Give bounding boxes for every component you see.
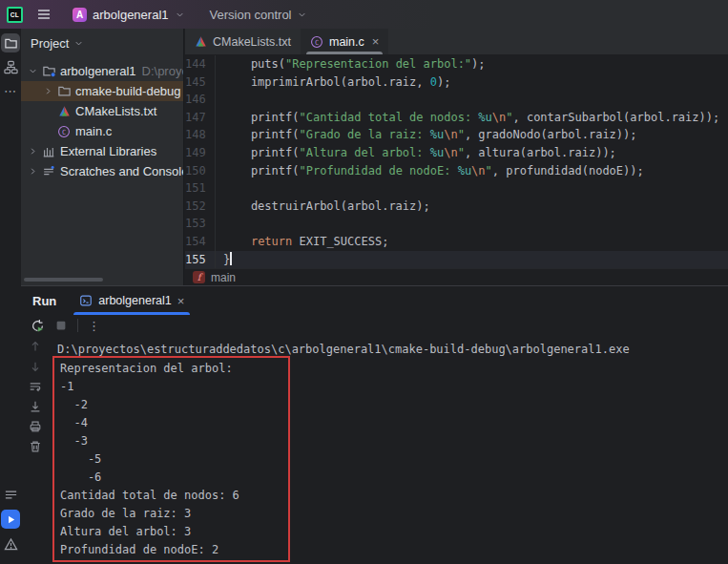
code-text: puts("Representacion del arbol:"); bbox=[216, 55, 486, 73]
project-panel-header[interactable]: Project bbox=[21, 29, 183, 57]
scroll-end-icon[interactable] bbox=[29, 400, 42, 413]
code-line-146[interactable]: 146 bbox=[185, 91, 728, 109]
todo-tool-button[interactable] bbox=[1, 485, 20, 504]
library-icon bbox=[40, 145, 57, 158]
chevron-down-icon[interactable] bbox=[25, 66, 40, 76]
stop-icon bbox=[54, 319, 68, 332]
clion-logo-icon: CL bbox=[7, 7, 23, 23]
line-number: 148 bbox=[185, 126, 216, 144]
run-tab-arbolgeneral1[interactable]: arbolgeneral1 × bbox=[70, 286, 194, 315]
code-text: return EXIT_SUCCESS; bbox=[216, 233, 388, 251]
line-number: 150 bbox=[185, 162, 216, 180]
code-text: printf("Cantidad total de nodos: %u\n", … bbox=[216, 109, 719, 127]
program-output: Representacion del arbol:-1 -2 -4 -3 -5 … bbox=[60, 360, 288, 559]
output-line: -4 bbox=[60, 414, 288, 432]
folder-icon bbox=[55, 84, 73, 98]
scratches-icon bbox=[40, 165, 57, 178]
clear-icon[interactable] bbox=[29, 440, 42, 453]
chevron-right-icon[interactable] bbox=[25, 146, 40, 157]
rerun-button[interactable] bbox=[31, 319, 45, 333]
scroll-down-icon[interactable] bbox=[29, 360, 42, 373]
output-line: -6 bbox=[60, 469, 288, 487]
menu-icon[interactable] bbox=[36, 7, 52, 22]
clion-window: CL A arbolgeneral1 Version control ⋯ Pro… bbox=[0, 0, 728, 564]
vcs-label: Version control bbox=[210, 8, 292, 22]
run-panel-title: Run bbox=[21, 286, 70, 315]
breadcrumb-function[interactable]: main bbox=[211, 271, 236, 284]
code-text: destruirArbol(arbol.raiz); bbox=[216, 198, 430, 216]
code-line-149[interactable]: 149 printf("Altura del arbol: %u\n", alt… bbox=[185, 144, 728, 162]
print-icon[interactable] bbox=[29, 420, 42, 433]
more-vertical-icon[interactable]: ⋮ bbox=[88, 319, 100, 333]
project-widget[interactable]: A arbolgeneral1 bbox=[67, 5, 191, 25]
toolbar-divider bbox=[77, 319, 78, 332]
breadcrumb: f main bbox=[185, 268, 728, 285]
code-line-155[interactable]: 155} bbox=[185, 251, 728, 269]
rerun-icon bbox=[31, 319, 45, 333]
run-toolbar: ⋮ bbox=[21, 315, 728, 336]
output-highlight-box: Representacion del arbol:-1 -2 -4 -3 -5 … bbox=[52, 356, 290, 562]
output-line: -2 bbox=[60, 396, 288, 414]
tree-item-label: Scratches and Consoles bbox=[60, 164, 183, 178]
horizontal-scrollbar[interactable] bbox=[24, 278, 103, 282]
tree-item-label: arbolgeneral1 bbox=[60, 64, 136, 78]
structure-tool-icon bbox=[4, 60, 18, 74]
code-text: printf("Grado de la raiz: %u\n", gradoNo… bbox=[216, 126, 637, 144]
run-tool-button[interactable] bbox=[1, 510, 20, 529]
tree-item-scratches-and-consoles[interactable]: Scratches and Consoles bbox=[21, 161, 183, 181]
code-line-153[interactable]: 153 bbox=[185, 215, 728, 233]
left-tool-strip: ⋯ bbox=[0, 29, 21, 564]
todo-tool-icon bbox=[4, 488, 18, 502]
project-tool-button[interactable] bbox=[1, 33, 20, 52]
tab-label: CMakeLists.txt bbox=[213, 35, 291, 49]
chevron-right-icon[interactable] bbox=[40, 86, 55, 96]
console-icon bbox=[79, 294, 93, 307]
line-number: 144 bbox=[185, 55, 216, 73]
line-number: 155 bbox=[185, 251, 216, 269]
run-panel: Run arbolgeneral1 × ⋮ D:\proyectos\estru bbox=[21, 285, 728, 564]
stop-button[interactable] bbox=[54, 319, 68, 332]
output-line: -3 bbox=[60, 432, 288, 450]
code-line-145[interactable]: 145 imprimirArbol(arbol.raiz, 0); bbox=[185, 73, 728, 92]
code-line-154[interactable]: 154 return EXIT_SUCCESS; bbox=[185, 233, 728, 251]
project-tool-icon bbox=[4, 36, 18, 51]
problems-tool-button[interactable] bbox=[1, 534, 20, 554]
code-text: printf("Altura del arbol: %u\n", altura(… bbox=[216, 144, 616, 162]
tree-item-external-libraries[interactable]: External Libraries bbox=[21, 141, 183, 161]
tree-item-label: cmake-build-debug bbox=[75, 84, 181, 98]
soft-wrap-icon[interactable] bbox=[29, 380, 42, 393]
close-icon[interactable]: × bbox=[372, 34, 380, 49]
code-line-144[interactable]: 144 puts("Representacion del arbol:"); bbox=[185, 55, 728, 73]
cmake-icon bbox=[55, 105, 73, 117]
code-line-152[interactable]: 152 destruirArbol(arbol.raiz); bbox=[185, 198, 728, 216]
tree-item-arbolgeneral1[interactable]: arbolgeneral1D:\proyectos\e bbox=[21, 61, 183, 81]
code-line-147[interactable]: 147 printf("Cantidad total de nodos: %u\… bbox=[185, 109, 728, 127]
code-text: } bbox=[216, 251, 232, 269]
tree-item-label: External Libraries bbox=[60, 144, 156, 158]
close-icon[interactable]: × bbox=[177, 294, 185, 308]
tree-item-cmakelists-txt[interactable]: CMakeLists.txt bbox=[21, 101, 183, 121]
editor-tab-main-c[interactable]: Cmain.c× bbox=[301, 29, 388, 54]
editor-tab-bar: CMakeLists.txtCmain.c× bbox=[185, 29, 728, 55]
vcs-widget[interactable]: Version control bbox=[204, 5, 313, 25]
code-line-150[interactable]: 150 printf("Profundidad de nodoE: %u\n",… bbox=[185, 162, 728, 180]
c-file-icon: C bbox=[310, 35, 323, 49]
chevron-right-icon[interactable] bbox=[25, 166, 40, 177]
problems-tool-icon bbox=[4, 537, 18, 552]
tree-item-cmake-build-debug[interactable]: cmake-build-debug bbox=[21, 81, 183, 101]
editor: CMakeLists.txtCmain.c× 144 puts("Represe… bbox=[185, 29, 728, 285]
editor-tab-cmakelists-txt[interactable]: CMakeLists.txt bbox=[185, 29, 301, 54]
output-line: Profundidad de nodoE: 2 bbox=[60, 541, 288, 559]
svg-text:C: C bbox=[62, 128, 66, 136]
code-editor[interactable]: 144 puts("Representacion del arbol:");14… bbox=[185, 55, 728, 268]
more-tools-button[interactable]: ⋯ bbox=[1, 81, 20, 100]
scroll-up-icon[interactable] bbox=[29, 340, 42, 353]
tree-item-label: CMakeLists.txt bbox=[75, 104, 156, 118]
project-panel: Project arbolgeneral1D:\proyectos\ecmake… bbox=[21, 29, 184, 285]
code-line-148[interactable]: 148 printf("Grado de la raiz: %u\n", gra… bbox=[185, 126, 728, 144]
console-gutter bbox=[21, 340, 50, 453]
code-line-151[interactable]: 151 bbox=[185, 179, 728, 198]
run-console[interactable]: D:\proyectos\estructuraddedatos\c\arbolg… bbox=[21, 336, 728, 564]
tree-item-main-c[interactable]: Cmain.c bbox=[21, 121, 183, 141]
structure-tool-button[interactable] bbox=[1, 57, 20, 76]
